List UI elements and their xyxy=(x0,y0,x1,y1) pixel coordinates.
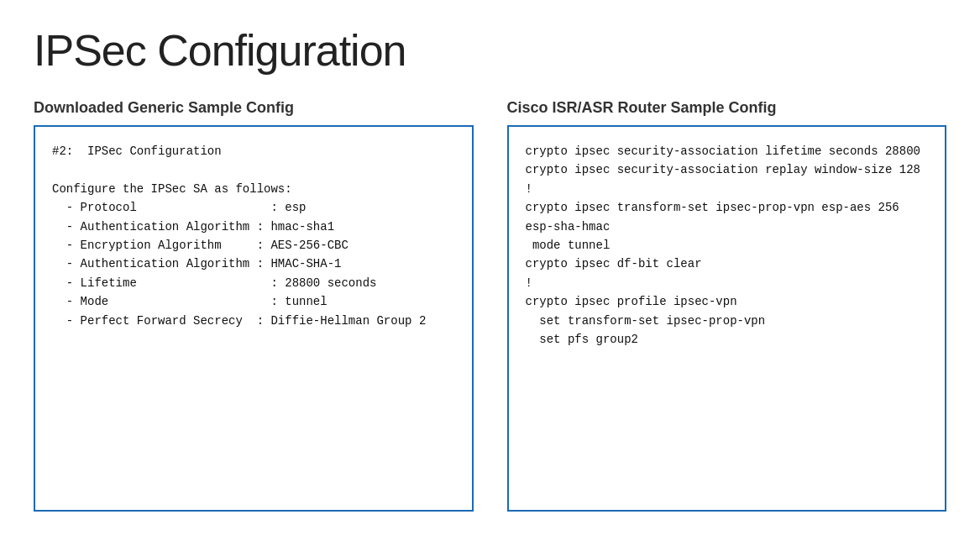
left-config-box: #2: IPSec Configuration Configure the IP… xyxy=(34,125,474,512)
right-config-box: crypto ipsec security-association lifeti… xyxy=(507,125,947,512)
right-column-label: Cisco ISR/ASR Router Sample Config xyxy=(507,99,947,117)
left-column-label: Downloaded Generic Sample Config xyxy=(34,99,474,117)
page-title: IPSec Configuration xyxy=(34,25,946,76)
main-columns: Downloaded Generic Sample Config #2: IPS… xyxy=(34,99,946,512)
left-column: Downloaded Generic Sample Config #2: IPS… xyxy=(34,99,474,512)
right-column: Cisco ISR/ASR Router Sample Config crypt… xyxy=(507,99,947,512)
